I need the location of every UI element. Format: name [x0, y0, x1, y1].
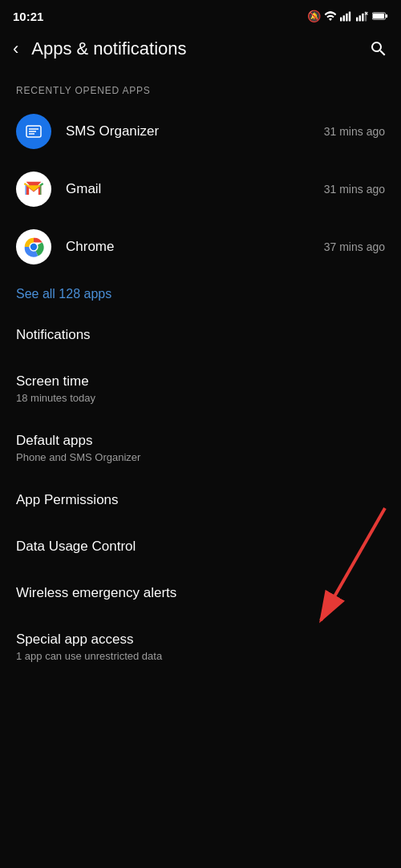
svg-rect-2	[346, 14, 347, 22]
app-item-sms[interactable]: SMS Organizer 31 mins ago	[0, 103, 401, 160]
header-left: ‹ Apps & notifications	[13, 38, 187, 59]
back-button[interactable]: ‹	[13, 38, 18, 59]
menu-item-default-apps[interactable]: Default apps Phone and SMS Organizer	[0, 418, 401, 478]
gmail-app-name: Gmail	[66, 181, 324, 197]
menu-item-special-app-access[interactable]: Special app access 1 app can use unrestr…	[0, 617, 401, 676]
app-item-gmail[interactable]: Gmail 31 mins ago	[0, 160, 401, 218]
app-item-chrome[interactable]: Chrome 37 mins ago	[0, 218, 401, 276]
menu-item-title-data-usage: Data Usage Control	[16, 539, 385, 555]
menu-item-data-usage[interactable]: Data Usage Control	[0, 524, 401, 571]
svg-rect-5	[359, 15, 361, 21]
signal-icon	[340, 10, 353, 22]
sms-app-icon	[16, 114, 51, 149]
section-label-recent: RECENTLY OPENED APPS	[0, 69, 401, 103]
battery-icon	[372, 11, 388, 21]
chrome-app-time: 37 mins ago	[324, 240, 385, 253]
menu-item-title-screen-time: Screen time	[16, 373, 385, 390]
svg-rect-6	[362, 14, 363, 22]
chrome-app-name: Chrome	[66, 239, 324, 255]
status-icons: 🔕	[307, 10, 388, 22]
menu-item-title-emergency-alerts: Wireless emergency alerts	[16, 585, 385, 601]
svg-rect-11	[373, 14, 384, 19]
signal2-icon	[356, 10, 369, 22]
page-title: Apps & notifications	[31, 38, 186, 59]
svg-rect-12	[386, 14, 388, 18]
header: ‹ Apps & notifications	[0, 29, 401, 69]
mute-icon: 🔕	[307, 10, 321, 22]
menu-item-title-app-permissions: App Permissions	[16, 492, 385, 508]
menu-list: Notifications Screen time 18 minutes tod…	[0, 313, 401, 676]
menu-item-subtitle-special-app-access: 1 app can use unrestricted data	[16, 650, 385, 662]
svg-rect-3	[349, 11, 350, 21]
chrome-app-icon	[16, 229, 51, 264]
status-bar: 10:21 🔕	[0, 0, 401, 29]
menu-item-screen-time[interactable]: Screen time 18 minutes today	[0, 359, 401, 418]
menu-item-subtitle-default-apps: Phone and SMS Organizer	[16, 451, 385, 463]
svg-rect-4	[356, 18, 358, 22]
menu-item-emergency-alerts[interactable]: Wireless emergency alerts	[0, 571, 401, 617]
recently-opened-section: RECENTLY OPENED APPS SMS Organizer 31 mi…	[0, 69, 401, 313]
search-button[interactable]	[369, 39, 388, 59]
menu-item-subtitle-screen-time: 18 minutes today	[16, 392, 385, 404]
gmail-app-time: 31 mins ago	[324, 183, 385, 196]
status-time: 10:21	[13, 10, 43, 23]
menu-item-app-permissions[interactable]: App Permissions	[0, 478, 401, 524]
see-all-apps-link[interactable]: See all 128 apps	[0, 276, 401, 313]
wifi-icon	[324, 10, 337, 22]
svg-point-19	[30, 244, 37, 250]
menu-item-title-special-app-access: Special app access	[16, 632, 385, 648]
svg-rect-1	[343, 15, 345, 21]
menu-item-notifications[interactable]: Notifications	[0, 313, 401, 359]
svg-rect-0	[340, 18, 342, 22]
sms-app-name: SMS Organizer	[66, 123, 324, 139]
sms-app-time: 31 mins ago	[324, 125, 385, 138]
menu-item-title-notifications: Notifications	[16, 327, 385, 343]
menu-item-title-default-apps: Default apps	[16, 433, 385, 449]
gmail-app-icon	[16, 172, 51, 207]
